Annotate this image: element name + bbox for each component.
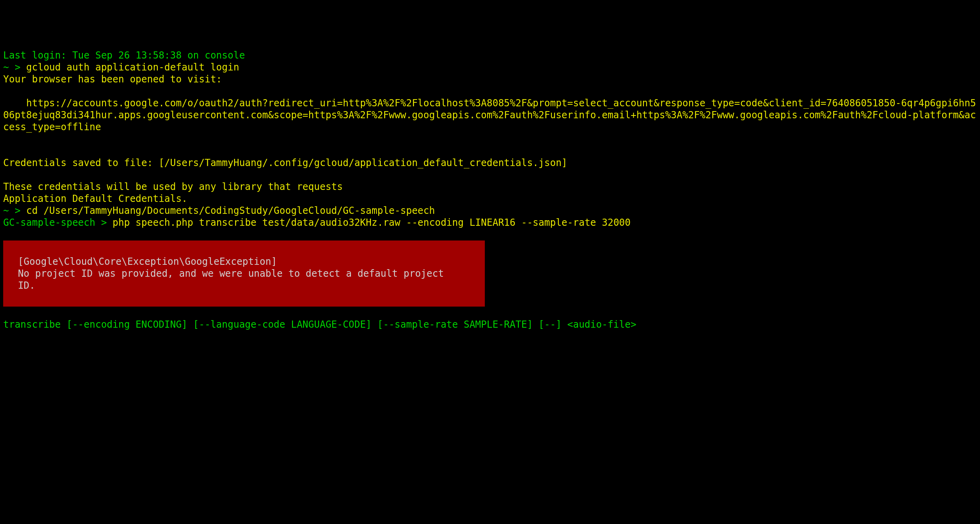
cmd-cd: cd /Users/TammyHuang/Documents/CodingStu… <box>26 205 435 216</box>
credentials-saved-msg: Credentials saved to file: [/Users/Tammy… <box>3 157 567 168</box>
error-message: No project ID was provided, and we were … <box>6 268 444 291</box>
browser-opened-msg: Your browser has been opened to visit: <box>3 74 222 85</box>
terminal-output[interactable]: Last login: Tue Sep 26 13:58:38 on conso… <box>3 49 977 330</box>
error-exception-class: [Google\Cloud\Core\Exception\GoogleExcep… <box>6 256 277 267</box>
prompt-project: GC-sample-speech > <box>3 217 113 228</box>
last-login-line: Last login: Tue Sep 26 13:58:38 on conso… <box>3 50 245 61</box>
oauth-url: https://accounts.google.com/o/oauth2/aut… <box>3 98 976 133</box>
error-box: [Google\Cloud\Core\Exception\GoogleExcep… <box>3 240 485 307</box>
credentials-usage-msg-2: Application Default Credentials. <box>3 193 187 204</box>
prompt-home-2: ~ > <box>3 205 26 216</box>
usage-line: transcribe [--encoding ENCODING] [--lang… <box>3 319 636 330</box>
credentials-usage-msg-1: These credentials will be used by any li… <box>3 181 343 192</box>
prompt-home-1: ~ > <box>3 62 26 73</box>
cmd-php-speech: php speech.php transcribe test/data/audi… <box>113 217 631 228</box>
cmd-gcloud-login: gcloud auth application-default login <box>26 62 239 73</box>
